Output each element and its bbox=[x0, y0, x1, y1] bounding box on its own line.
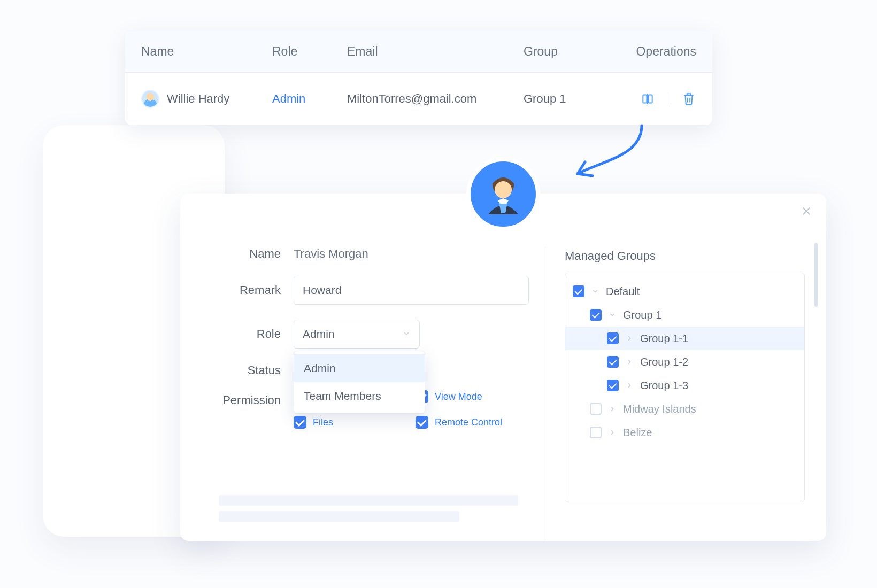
tree-checkbox-icon[interactable] bbox=[607, 380, 619, 391]
groups-tree: DefaultGroup 1Group 1-1Group 1-2Group 1-… bbox=[565, 273, 805, 502]
permission-remote-control[interactable]: Remote Control bbox=[416, 416, 522, 429]
tree-checkbox-icon[interactable] bbox=[590, 403, 602, 415]
detail-form: Name Travis Morgan Remark Role Admin bbox=[180, 247, 545, 541]
svg-rect-0 bbox=[643, 95, 647, 103]
tree-checkbox-icon[interactable] bbox=[590, 427, 602, 438]
remark-label: Remark bbox=[219, 283, 294, 297]
name-value: Travis Morgan bbox=[294, 247, 529, 261]
chevron-right-icon[interactable] bbox=[625, 358, 634, 366]
avatar-icon bbox=[141, 90, 159, 108]
permission-label-text: Remote Control bbox=[435, 417, 502, 428]
table-header-role: Role bbox=[272, 44, 347, 59]
tree-row[interactable]: Group 1-2 bbox=[565, 350, 804, 374]
tree-checkbox-icon[interactable] bbox=[607, 332, 619, 344]
managed-groups-panel: Managed Groups DefaultGroup 1Group 1-1Gr… bbox=[545, 247, 826, 541]
managed-groups-title: Managed Groups bbox=[565, 249, 805, 263]
row-name-text: Willie Hardy bbox=[167, 92, 229, 106]
permission-files[interactable]: Files bbox=[294, 416, 401, 429]
permission-label: Permission bbox=[219, 392, 294, 407]
role-option-team-members[interactable]: Team Members bbox=[294, 382, 425, 410]
row-operations-cell bbox=[630, 91, 696, 106]
tree-node-label: Group 1-3 bbox=[640, 380, 688, 392]
tree-node-label: Belize bbox=[623, 427, 652, 439]
svg-point-6 bbox=[495, 181, 512, 198]
delete-icon[interactable] bbox=[681, 91, 696, 106]
name-label: Name bbox=[219, 247, 294, 261]
remark-input[interactable] bbox=[294, 276, 529, 305]
tree-checkbox-icon[interactable] bbox=[607, 356, 619, 368]
annotation-arrow-icon bbox=[567, 123, 652, 187]
tree-row[interactable]: Midway Islands bbox=[565, 397, 804, 421]
checkbox-icon[interactable] bbox=[294, 416, 306, 429]
form-placeholder-bar bbox=[219, 511, 459, 522]
close-icon[interactable] bbox=[801, 205, 812, 217]
table-header-email: Email bbox=[347, 44, 524, 59]
tree-row[interactable]: Group 1-3 bbox=[565, 374, 804, 397]
table-header-name: Name bbox=[141, 44, 272, 59]
users-table-card: Name Role Email Group Operations Willie … bbox=[125, 31, 712, 125]
table-header-group: Group bbox=[524, 44, 630, 59]
chevron-down-icon[interactable] bbox=[591, 287, 599, 296]
row-group-cell: Group 1 bbox=[524, 92, 630, 106]
status-label: Status bbox=[219, 363, 294, 377]
table-row[interactable]: Willie Hardy Admin MiltonTorres@gmail.co… bbox=[125, 73, 712, 125]
role-label: Role bbox=[219, 327, 294, 341]
user-detail-card: Name Travis Morgan Remark Role Admin bbox=[180, 194, 826, 541]
chevron-right-icon[interactable] bbox=[608, 428, 617, 437]
chevron-down-icon bbox=[402, 328, 411, 341]
table-header-ops: Operations bbox=[630, 44, 696, 59]
chevron-right-icon[interactable] bbox=[625, 334, 634, 343]
tree-row[interactable]: Belize bbox=[565, 421, 804, 444]
tree-row[interactable]: Group 1 bbox=[565, 303, 804, 327]
tree-row[interactable]: Group 1-1 bbox=[565, 327, 804, 350]
tree-node-label: Default bbox=[606, 285, 640, 298]
operations-divider bbox=[668, 92, 668, 106]
tree-node-label: Group 1-2 bbox=[640, 356, 688, 368]
permission-label-text: Files bbox=[313, 417, 333, 428]
chevron-right-icon[interactable] bbox=[608, 405, 617, 413]
avatar bbox=[466, 157, 540, 231]
svg-rect-1 bbox=[649, 95, 652, 103]
role-dropdown: Admin Team Members bbox=[294, 351, 425, 414]
form-placeholder-bar bbox=[219, 495, 518, 506]
row-email-cell: MiltonTorres@gmail.com bbox=[347, 92, 524, 106]
edit-icon[interactable] bbox=[640, 91, 655, 106]
chevron-down-icon[interactable] bbox=[608, 311, 617, 319]
tree-node-label: Group 1 bbox=[623, 309, 661, 321]
permission-view-mode[interactable]: View Mode bbox=[416, 390, 522, 403]
tree-row[interactable]: Default bbox=[565, 280, 804, 303]
tree-node-label: Group 1-1 bbox=[640, 332, 688, 345]
row-role-cell[interactable]: Admin bbox=[272, 92, 347, 106]
checkbox-icon[interactable] bbox=[416, 416, 428, 429]
role-select-value: Admin bbox=[303, 328, 335, 341]
role-option-admin[interactable]: Admin bbox=[294, 354, 425, 382]
role-select[interactable]: Admin bbox=[294, 320, 420, 349]
tree-checkbox-icon[interactable] bbox=[590, 309, 602, 321]
users-table-header: Name Role Email Group Operations bbox=[125, 31, 712, 73]
tree-checkbox-icon[interactable] bbox=[573, 285, 584, 297]
permission-label-text: View Mode bbox=[435, 391, 482, 403]
tree-node-label: Midway Islands bbox=[623, 403, 696, 415]
chevron-right-icon[interactable] bbox=[625, 381, 634, 390]
row-name-cell: Willie Hardy bbox=[141, 90, 272, 108]
